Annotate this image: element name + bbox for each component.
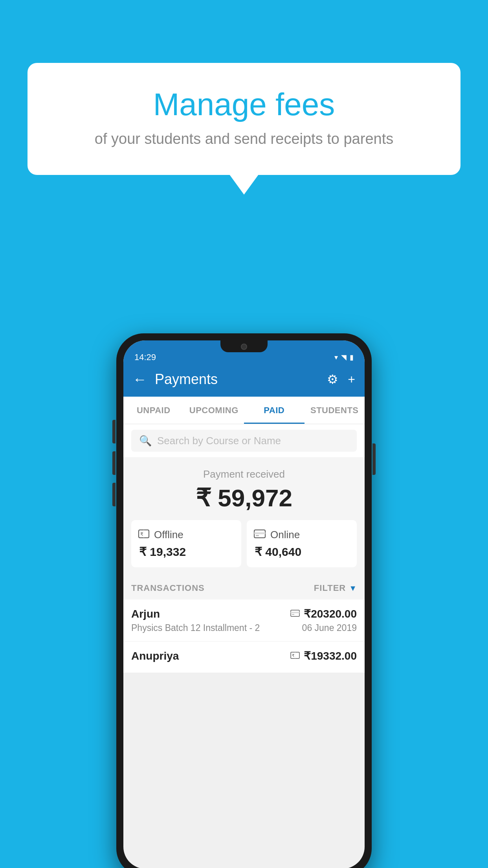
online-icon <box>254 529 266 541</box>
tab-students[interactable]: STUDENTS <box>305 397 365 424</box>
filter-button[interactable]: FILTER ▼ <box>314 583 357 593</box>
transaction-amount: ₹19332.00 <box>304 649 357 662</box>
bubble-subtitle: of your students and send receipts to pa… <box>59 131 429 147</box>
online-label: Online <box>270 529 300 541</box>
tab-unpaid[interactable]: UNPAID <box>123 397 184 424</box>
transactions-label: TRANSACTIONS <box>131 583 205 593</box>
speech-bubble-container: Manage fees of your students and send re… <box>28 63 460 175</box>
battery-icon: ▮ <box>350 353 354 362</box>
speech-bubble: Manage fees of your students and send re… <box>28 63 460 175</box>
transactions-header: TRANSACTIONS FILTER ▼ <box>123 577 365 600</box>
app-bar: ← Payments ⚙ + <box>123 362 365 397</box>
transaction-row-1: Anupriya ₹ ₹19332.00 <box>131 649 357 662</box>
svg-rect-5 <box>256 535 259 536</box>
settings-icon[interactable]: ⚙ <box>327 372 338 387</box>
svg-text:₹: ₹ <box>292 653 294 658</box>
svg-rect-4 <box>254 532 265 534</box>
search-box[interactable]: 🔍 Search by Course or Name <box>131 430 357 452</box>
filter-icon: ▼ <box>349 584 357 593</box>
search-input[interactable]: Search by Course or Name <box>157 435 281 447</box>
search-icon: 🔍 <box>139 435 152 447</box>
assistant-button <box>112 483 116 506</box>
offline-amount: ₹ 19,332 <box>138 545 234 559</box>
payment-total-amount: ₹ 59,972 <box>131 484 357 512</box>
transaction-row-2: Physics Batch 12 Installment - 2 06 June… <box>131 623 357 633</box>
online-card-header: Online <box>254 529 350 541</box>
online-payment-icon <box>290 609 300 619</box>
power-button <box>372 443 376 475</box>
tab-upcoming[interactable]: UPCOMING <box>184 397 244 424</box>
tab-paid[interactable]: PAID <box>244 397 305 424</box>
offline-payment-card: ₹ Offline ₹ 19,332 <box>131 520 241 567</box>
payment-received-label: Payment received <box>131 468 357 480</box>
transaction-item[interactable]: Anupriya ₹ ₹19332.00 <box>123 642 365 673</box>
svg-rect-8 <box>292 614 294 615</box>
phone-screen: 14:29 ▾ ◥ ▮ ← Payments ⚙ + UNPAID UPCOMI… <box>123 340 365 868</box>
front-camera <box>241 344 247 350</box>
student-name: Arjun <box>131 608 160 620</box>
tab-bar: UNPAID UPCOMING PAID STUDENTS <box>123 397 365 424</box>
search-container: 🔍 Search by Course or Name <box>123 424 365 457</box>
online-amount: ₹ 40,640 <box>254 545 350 559</box>
student-name: Anupriya <box>131 650 179 662</box>
svg-rect-7 <box>291 612 299 613</box>
back-button[interactable]: ← <box>133 371 147 388</box>
course-info: Physics Batch 12 Installment - 2 <box>131 623 260 633</box>
transaction-amount: ₹20320.00 <box>304 607 357 620</box>
app-bar-icons: ⚙ + <box>327 372 355 387</box>
bubble-title: Manage fees <box>59 86 429 123</box>
svg-text:₹: ₹ <box>140 531 143 537</box>
transaction-item[interactable]: Arjun ₹20320.00 Physics Batch 1 <box>123 600 365 642</box>
online-payment-card: Online ₹ 40,640 <box>247 520 357 567</box>
filter-label: FILTER <box>314 583 346 593</box>
transaction-row-1: Arjun ₹20320.00 <box>131 607 357 620</box>
volume-down-button <box>112 451 116 475</box>
status-time: 14:29 <box>134 352 156 362</box>
transaction-date: 06 June 2019 <box>302 623 357 633</box>
offline-label: Offline <box>154 529 183 541</box>
amount-row: ₹20320.00 <box>290 607 357 620</box>
payment-cards: ₹ Offline ₹ 19,332 <box>131 520 357 567</box>
status-icons: ▾ ◥ ▮ <box>334 353 354 362</box>
offline-icon: ₹ <box>138 529 149 541</box>
add-icon[interactable]: + <box>348 372 355 387</box>
volume-up-button <box>112 420 116 443</box>
app-title: Payments <box>155 371 319 388</box>
wifi-icon: ▾ <box>334 353 338 362</box>
signal-icon: ◥ <box>341 353 347 362</box>
offline-payment-icon: ₹ <box>290 651 300 661</box>
amount-row: ₹ ₹19332.00 <box>290 649 357 662</box>
payment-section: Payment received ₹ 59,972 ₹ Offlin <box>123 457 365 577</box>
phone-notch <box>220 340 268 352</box>
offline-card-header: ₹ Offline <box>138 529 234 541</box>
transaction-list: Arjun ₹20320.00 Physics Batch 1 <box>123 600 365 673</box>
phone-frame: 14:29 ▾ ◥ ▮ ← Payments ⚙ + UNPAID UPCOMI… <box>116 333 372 868</box>
